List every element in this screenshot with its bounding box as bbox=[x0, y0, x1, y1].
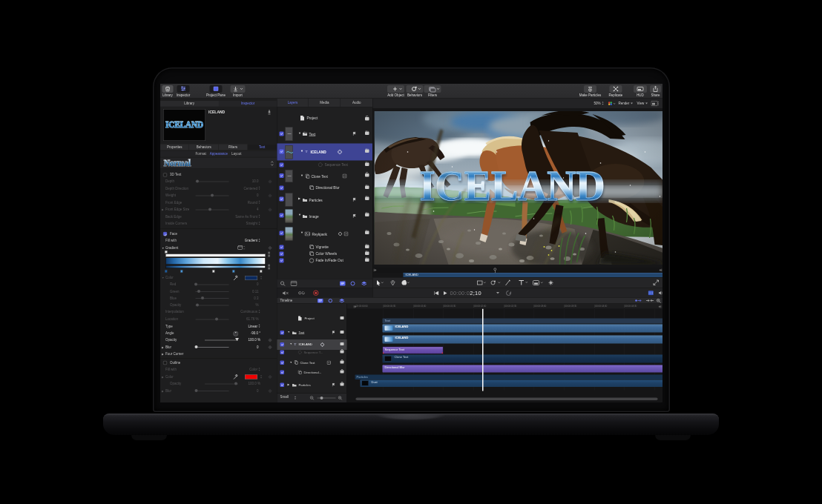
svg-text:Normal: Normal bbox=[164, 159, 191, 169]
svg-text:ICELAND: ICELAND bbox=[165, 119, 203, 130]
